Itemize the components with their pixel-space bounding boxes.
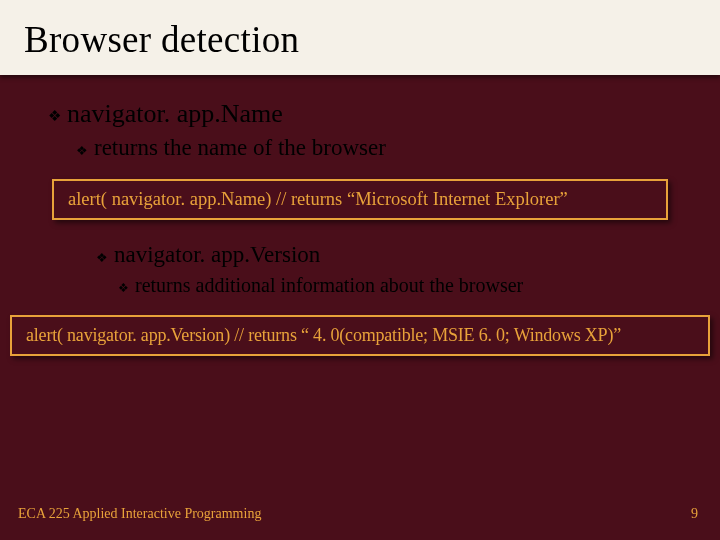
bullet-level-3: ❖ returns additional information about t… bbox=[0, 274, 720, 297]
code-example-1: alert( navigator. app.Name) // returns “… bbox=[52, 179, 668, 220]
bullet-text: navigator. app.Version bbox=[114, 242, 320, 268]
footer-course: ECA 225 Applied Interactive Programming bbox=[18, 506, 261, 522]
diamond-bullet-icon: ❖ bbox=[96, 251, 108, 264]
bullet-level-2: ❖ returns the name of the browser bbox=[0, 135, 720, 161]
slide: Browser detection ❖ navigator. app.Name … bbox=[0, 0, 720, 540]
footer: ECA 225 Applied Interactive Programming … bbox=[18, 506, 698, 522]
code-example-2: alert( navigator. app.Version) // return… bbox=[10, 315, 710, 356]
slide-title: Browser detection bbox=[24, 18, 696, 61]
diamond-bullet-icon: ❖ bbox=[76, 144, 88, 157]
bullet-level-1: ❖ navigator. app.Name bbox=[0, 99, 720, 129]
bullet-text: navigator. app.Name bbox=[67, 99, 283, 129]
bullet-level-2b: ❖ navigator. app.Version bbox=[0, 242, 720, 268]
diamond-bullet-icon: ❖ bbox=[48, 109, 61, 124]
bullet-text: returns additional information about the… bbox=[135, 274, 523, 297]
diamond-bullet-icon: ❖ bbox=[118, 282, 129, 294]
slide-number: 9 bbox=[691, 506, 698, 522]
bullet-text: returns the name of the browser bbox=[94, 135, 386, 161]
content-area: ❖ navigator. app.Name ❖ returns the name… bbox=[0, 75, 720, 356]
title-block: Browser detection bbox=[0, 0, 720, 75]
